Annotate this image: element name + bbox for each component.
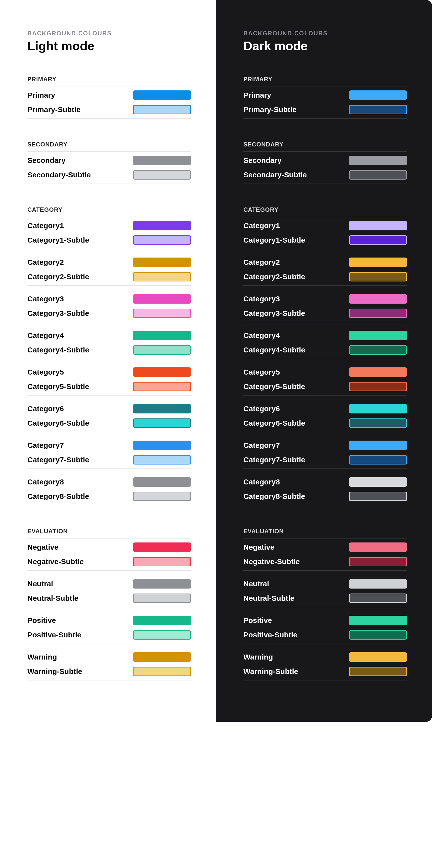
divider (27, 118, 191, 119)
divider (243, 184, 407, 184)
color-swatch (133, 382, 191, 391)
divider (27, 607, 191, 607)
color-label: Category7 (27, 441, 64, 450)
color-row: Warning (243, 650, 407, 664)
color-row: Category8 (243, 475, 407, 489)
color-label: Category8 (27, 478, 64, 486)
color-label: Warning (27, 653, 57, 661)
color-label: Category1 (243, 221, 280, 230)
color-swatch (133, 272, 191, 281)
color-row: Negative-Subtle (27, 554, 191, 569)
color-label: Category7-Subtle (243, 456, 305, 464)
color-swatch (349, 667, 407, 676)
divider (27, 151, 191, 152)
color-swatch (133, 477, 191, 487)
color-label: Primary (243, 91, 271, 99)
color-label: Category4-Subtle (27, 346, 89, 354)
section-title: PRIMARY (27, 76, 191, 83)
color-swatch (133, 667, 191, 676)
color-row: Category7-Subtle (27, 453, 191, 467)
color-row: Category6-Subtle (27, 416, 191, 430)
dark-sections: PRIMARYPrimaryPrimary-SubtleSECONDARYSec… (243, 76, 407, 680)
color-row: Warning-Subtle (27, 664, 191, 679)
group-gap (27, 361, 191, 365)
divider (243, 285, 407, 286)
color-row: Positive-Subtle (243, 628, 407, 642)
color-swatch (133, 236, 191, 245)
color-swatch (349, 309, 407, 318)
group-gap (243, 287, 407, 292)
overline: BACKGROUND COLOURS (27, 30, 191, 37)
group-gap (243, 645, 407, 650)
color-swatch (349, 331, 407, 340)
color-row: Category3-Subtle (243, 306, 407, 320)
divider (27, 644, 191, 644)
color-swatch (349, 170, 407, 180)
color-label: Category3 (243, 294, 280, 303)
divider (27, 184, 191, 184)
color-swatch (133, 257, 191, 267)
color-swatch (349, 236, 407, 245)
color-label: Category7 (243, 441, 280, 450)
color-swatch (349, 105, 407, 114)
divider (27, 395, 191, 396)
divider (243, 118, 407, 119)
color-label: Positive-Subtle (243, 631, 297, 639)
color-swatch (133, 441, 191, 450)
color-label: Positive (27, 616, 56, 625)
color-row: Secondary (243, 153, 407, 167)
color-row: Warning (27, 650, 191, 664)
color-label: Category2 (27, 258, 64, 267)
color-label: Category8-Subtle (27, 492, 89, 501)
color-label: Category7-Subtle (27, 456, 89, 464)
color-swatch (349, 593, 407, 603)
section-title: SECONDARY (27, 141, 191, 148)
color-label: Primary-Subtle (27, 105, 80, 114)
color-label: Negative-Subtle (27, 557, 84, 566)
color-row: Positive-Subtle (27, 628, 191, 642)
color-row: Negative-Subtle (243, 554, 407, 569)
color-swatch (133, 105, 191, 114)
color-label: Secondary-Subtle (243, 170, 307, 179)
color-label: Category3 (27, 294, 64, 303)
color-label: Category4-Subtle (243, 346, 305, 354)
divider (27, 468, 191, 469)
color-row: Primary-Subtle (27, 102, 191, 117)
section-title: CATEGORY (27, 206, 191, 213)
color-label: Category4 (243, 331, 280, 340)
color-row: Warning-Subtle (243, 664, 407, 679)
color-swatch (133, 557, 191, 566)
divider (27, 285, 191, 286)
color-row: Category2-Subtle (243, 270, 407, 284)
color-swatch (349, 557, 407, 566)
color-label: Secondary (243, 156, 281, 165)
color-label: Primary (27, 91, 55, 99)
color-label: Category5-Subtle (243, 382, 305, 391)
color-row: Category1-Subtle (27, 233, 191, 247)
divider (243, 505, 407, 505)
group-gap (27, 434, 191, 438)
divider (27, 538, 191, 538)
group-gap (27, 251, 191, 255)
color-swatch (349, 630, 407, 640)
color-row: Category3 (27, 292, 191, 306)
color-row: Category4 (243, 328, 407, 343)
overline: BACKGROUND COLOURS (243, 30, 407, 37)
color-label: Category2 (243, 258, 280, 267)
group-gap (27, 609, 191, 613)
group-gap (243, 470, 407, 475)
color-row: Category3-Subtle (27, 306, 191, 320)
color-label: Category5 (27, 368, 64, 376)
color-swatch (349, 455, 407, 465)
group-gap (27, 287, 191, 292)
mode-title: Light mode (27, 39, 191, 53)
color-swatch (133, 170, 191, 180)
color-row: Category7-Subtle (243, 453, 407, 467)
section-title: CATEGORY (243, 206, 407, 213)
color-label: Category6-Subtle (27, 419, 89, 427)
color-row: Category4 (27, 328, 191, 343)
color-row: Primary (27, 88, 191, 102)
color-label: Category4 (27, 331, 64, 340)
divider (243, 249, 407, 249)
color-label: Category8-Subtle (243, 492, 305, 501)
